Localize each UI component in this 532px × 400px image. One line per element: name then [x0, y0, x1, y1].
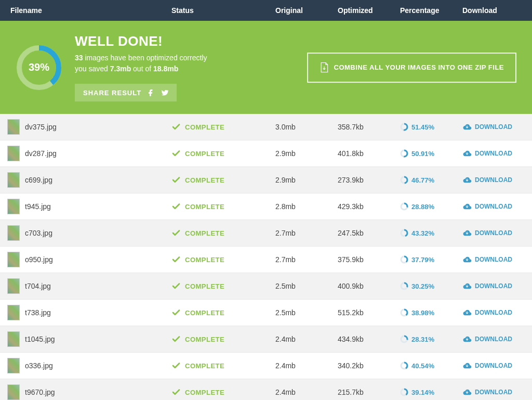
status-cell: COMPLETE	[171, 361, 275, 370]
original-size: 2.9mb	[275, 149, 338, 158]
file-cell: dv375.jpg	[0, 119, 171, 135]
status-label: COMPLETE	[185, 123, 224, 131]
status-label: COMPLETE	[185, 256, 224, 264]
combine-zip-button[interactable]: COMBINE ALL YOUR IMAGES INTO ONE ZIP FIL…	[307, 53, 516, 83]
percent-ring-icon	[400, 176, 408, 184]
percent-ring-icon	[400, 388, 408, 396]
percentage-cell: 28.31%	[400, 335, 462, 343]
share-button[interactable]: SHARE RESULT	[75, 84, 177, 101]
percent-value: 50.91%	[411, 150, 434, 158]
download-button[interactable]: DOWNLOAD	[462, 362, 525, 369]
download-label: DOWNLOAD	[475, 123, 512, 131]
table-row: o950.jpgCOMPLETE2.7mb375.9kb37.79%DOWNLO…	[0, 247, 532, 273]
percent-ring-icon	[400, 255, 408, 264]
download-button[interactable]: DOWNLOAD	[462, 229, 525, 237]
check-icon	[171, 361, 181, 370]
check-icon	[171, 334, 181, 344]
cloud-download-icon	[462, 336, 472, 343]
optimized-size: 273.9kb	[338, 176, 400, 184]
file-name: t9670.jpg	[25, 388, 55, 396]
download-button[interactable]: DOWNLOAD	[462, 389, 525, 396]
percentage-cell: 43.32%	[400, 229, 462, 237]
combine-label: COMBINE ALL YOUR IMAGES INTO ONE ZIP FIL…	[334, 63, 504, 71]
download-button[interactable]: DOWNLOAD	[462, 336, 525, 343]
percent-value: 38.98%	[411, 309, 434, 317]
status-label: COMPLETE	[185, 176, 224, 184]
percent-ring-icon	[400, 202, 408, 211]
optimized-size: 434.9kb	[338, 335, 400, 343]
file-name: t704.jpg	[25, 282, 51, 290]
file-name: t738.jpg	[25, 308, 51, 317]
file-thumbnail	[7, 358, 20, 373]
original-size: 2.8mb	[275, 202, 338, 211]
header-original: Original	[275, 6, 338, 15]
optimized-size: 247.5kb	[338, 229, 400, 237]
file-thumbnail	[7, 331, 20, 347]
summary-line1: 33 images have been optimized correctly	[75, 53, 207, 63]
check-icon	[171, 122, 181, 132]
progress-percent: 39%	[16, 44, 62, 91]
status-cell: COMPLETE	[171, 388, 275, 397]
cloud-download-icon	[462, 309, 472, 316]
optimized-size: 401.8kb	[338, 149, 400, 158]
table-row: t704.jpgCOMPLETE2.5mb400.9kb30.25%DOWNLO…	[0, 273, 532, 300]
file-name: c699.jpg	[25, 176, 52, 184]
optimized-size: 400.9kb	[338, 282, 400, 290]
check-icon	[171, 149, 181, 158]
original-size: 3.0mb	[275, 123, 338, 131]
original-size: 2.9mb	[275, 176, 338, 184]
file-cell: t9670.jpg	[0, 384, 171, 400]
table-row: t9670.jpgCOMPLETE2.4mb215.7kb39.14%DOWNL…	[0, 379, 532, 400]
cloud-download-icon	[462, 150, 472, 157]
header-optimized: Optimized	[338, 6, 400, 15]
download-label: DOWNLOAD	[475, 336, 512, 343]
percent-value: 30.25%	[411, 282, 434, 290]
download-button[interactable]: DOWNLOAD	[462, 256, 525, 263]
summary-banner: 39% WELL DONE! 33 images have been optim…	[0, 21, 532, 114]
status-label: COMPLETE	[185, 150, 224, 158]
download-label: DOWNLOAD	[475, 309, 512, 316]
optimized-size: 340.2kb	[338, 362, 400, 370]
download-button[interactable]: DOWNLOAD	[462, 123, 525, 131]
status-label: COMPLETE	[185, 362, 224, 370]
summary-line2: you saved 7.3mb out of 18.8mb	[75, 63, 207, 74]
download-button[interactable]: DOWNLOAD	[462, 150, 525, 157]
download-button[interactable]: DOWNLOAD	[462, 282, 525, 290]
table-row: c699.jpgCOMPLETE2.9mb273.9kb46.77%DOWNLO…	[0, 167, 532, 193]
check-icon	[171, 202, 181, 211]
cloud-download-icon	[462, 203, 472, 210]
percentage-cell: 28.88%	[400, 202, 462, 211]
download-button[interactable]: DOWNLOAD	[462, 309, 525, 316]
twitter-icon	[160, 88, 168, 97]
header-download: Download	[462, 6, 525, 15]
header-filename: Filename	[0, 6, 171, 15]
table-row: o336.jpgCOMPLETE2.4mb340.2kb40.54%DOWNLO…	[0, 353, 532, 379]
status-cell: COMPLETE	[171, 281, 275, 291]
check-icon	[171, 175, 181, 185]
percentage-cell: 30.25%	[400, 282, 462, 290]
table-row: dv375.jpgCOMPLETE3.0mb358.7kb51.45%DOWNL…	[0, 114, 532, 140]
download-label: DOWNLOAD	[475, 229, 512, 237]
original-size: 2.4mb	[275, 335, 338, 343]
file-thumbnail	[7, 146, 20, 161]
file-thumbnail	[7, 278, 20, 294]
file-thumbnail	[7, 172, 20, 188]
file-thumbnail	[7, 199, 20, 214]
table-row: t1045.jpgCOMPLETE2.4mb434.9kb28.31%DOWNL…	[0, 326, 532, 353]
percentage-cell: 39.14%	[400, 388, 462, 396]
file-name: c703.jpg	[25, 229, 52, 237]
percent-ring-icon	[400, 308, 408, 317]
file-name: t945.jpg	[25, 202, 51, 211]
percentage-cell: 51.45%	[400, 123, 462, 131]
status-label: COMPLETE	[185, 309, 224, 317]
download-button[interactable]: DOWNLOAD	[462, 176, 525, 184]
download-button[interactable]: DOWNLOAD	[462, 203, 525, 210]
percent-value: 39.14%	[411, 389, 434, 396]
percent-value: 43.32%	[411, 229, 434, 237]
status-cell: COMPLETE	[171, 228, 275, 238]
file-name: t1045.jpg	[25, 335, 55, 343]
percent-ring-icon	[400, 335, 408, 343]
summary-title: WELL DONE!	[75, 33, 207, 49]
header-status: Status	[171, 6, 275, 15]
file-thumbnail	[7, 225, 20, 241]
